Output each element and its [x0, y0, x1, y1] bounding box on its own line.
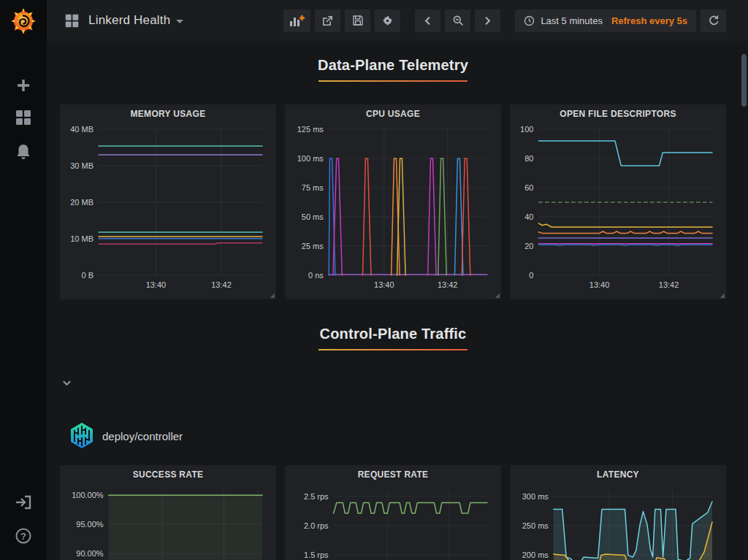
resize-handle-icon[interactable]: ◢ — [270, 293, 275, 299]
svg-text:20 MB: 20 MB — [70, 198, 94, 207]
svg-text:13:40: 13:40 — [589, 280, 610, 289]
panel-latency: LATENCY 13:4013:42300 ms250 ms200 ms — [510, 465, 726, 560]
svg-text:13:42: 13:42 — [211, 280, 232, 289]
svg-text:13:42: 13:42 — [438, 280, 458, 289]
svg-text:250 ms: 250 ms — [522, 521, 549, 530]
panel-memory-usage: MEMORY USAGE 13:4013:420 B10 MB20 MB30 M… — [60, 104, 276, 299]
request-rate-chart[interactable]: 13:4013:422.5 rps2.0 rps1.5 rps — [290, 484, 496, 560]
resize-handle-icon[interactable]: ◢ — [720, 293, 725, 299]
sign-in-icon[interactable] — [0, 494, 47, 511]
row-title-underline — [318, 80, 468, 82]
svg-text:13:40: 13:40 — [374, 280, 394, 289]
panel-open-file-descriptors: OPEN FILE DESCRIPTORS 13:4013:4202040608… — [510, 104, 726, 299]
add-panel-icon — [289, 15, 305, 27]
refresh-button[interactable] — [701, 9, 726, 32]
svg-text:50 ms: 50 ms — [302, 212, 324, 221]
svg-text:1.5 rps: 1.5 rps — [304, 551, 329, 559]
chevron-down-icon — [176, 20, 183, 23]
zoom-out-button[interactable] — [445, 9, 470, 32]
svg-text:75 ms: 75 ms — [302, 183, 324, 192]
svg-text:80: 80 — [524, 154, 533, 163]
svg-text:13:42: 13:42 — [659, 280, 679, 289]
row-title-data-plane: Data-Plane Telemetry — [60, 57, 726, 82]
svg-text:125 ms: 125 ms — [297, 125, 324, 134]
refresh-icon — [708, 15, 720, 26]
share-button[interactable] — [315, 9, 340, 32]
svg-text:90.00%: 90.00% — [76, 549, 104, 558]
svg-text:0 B: 0 B — [81, 271, 94, 280]
svg-text:60: 60 — [524, 183, 533, 192]
svg-text:10 MB: 10 MB — [70, 234, 94, 243]
panel-title[interactable]: MEMORY USAGE — [60, 104, 276, 123]
open-file-descriptors-chart[interactable]: 13:4013:42020406080100 — [515, 123, 721, 293]
dashboards-grid-icon[interactable] — [0, 109, 47, 126]
sidebar: ? — [0, 0, 47, 560]
success-rate-chart[interactable]: 13:4013:42100.00%95.00%90.00% — [65, 484, 271, 560]
svg-text:100: 100 — [520, 125, 533, 134]
dashboard-title: Linkerd Health — [88, 13, 170, 28]
panel-title[interactable]: SUCCESS RATE — [60, 465, 276, 484]
service-header: deploy/controller — [68, 421, 183, 450]
help-icon[interactable]: ? — [0, 527, 47, 545]
svg-text:20: 20 — [524, 242, 533, 250]
svg-text:2.5 rps: 2.5 rps — [304, 492, 329, 501]
time-range-picker[interactable]: Last 5 minutes Refresh every 5s — [515, 9, 696, 32]
share-icon — [321, 15, 334, 27]
dashboard-title-dropdown[interactable]: Linkerd Health — [88, 13, 183, 28]
svg-text:25 ms: 25 ms — [302, 242, 324, 250]
svg-text:100.00%: 100.00% — [72, 491, 104, 499]
add-panel-button[interactable] — [283, 9, 310, 32]
memory-usage-chart[interactable]: 13:4013:420 B10 MB20 MB30 MB40 MB — [65, 123, 271, 293]
panel-success-rate: SUCCESS RATE 13:4013:42100.00%95.00%90.0… — [60, 465, 276, 560]
chevron-right-icon — [484, 16, 492, 26]
time-back-button[interactable] — [415, 9, 440, 32]
grafana-logo-icon — [8, 5, 39, 36]
row-title-underline — [318, 349, 468, 350]
svg-text:?: ? — [20, 531, 26, 542]
svg-text:2.0 rps: 2.0 rps — [304, 521, 329, 530]
cpu-usage-chart[interactable]: 13:4013:420 ns25 ms50 ms75 ms100 ms125 m… — [290, 123, 496, 293]
row-title-text: Control-Plane Traffic — [60, 326, 726, 342]
time-forward-button[interactable] — [475, 9, 500, 32]
gear-icon — [381, 15, 394, 27]
dashboard-canvas: Data-Plane Telemetry MEMORY USAGE 13:401… — [47, 41, 748, 560]
panel-request-rate: REQUEST RATE 13:4013:422.5 rps2.0 rps1.5… — [285, 465, 501, 560]
resize-handle-icon[interactable]: ◢ — [495, 293, 500, 299]
svg-text:95.00%: 95.00% — [76, 520, 104, 529]
panel-cpu-usage: CPU USAGE 13:4013:420 ns25 ms50 ms75 ms1… — [285, 104, 501, 299]
svg-text:40: 40 — [524, 212, 533, 221]
chevron-down-icon — [61, 377, 72, 388]
time-range-label: Last 5 minutes — [541, 15, 603, 26]
linkerd-logo-icon — [68, 421, 96, 450]
grafana-logo[interactable] — [8, 5, 39, 36]
zoom-out-icon — [452, 15, 464, 26]
service-label: deploy/controller — [102, 430, 183, 442]
svg-text:30 MB: 30 MB — [70, 161, 94, 170]
svg-text:0: 0 — [529, 271, 533, 280]
row-title-text: Data-Plane Telemetry — [60, 57, 726, 74]
top-navbar: Linkerd Health — [47, 0, 748, 41]
add-icon[interactable] — [0, 77, 47, 93]
apps-grid-icon[interactable] — [64, 13, 80, 28]
svg-text:200 ms: 200 ms — [522, 551, 549, 559]
row-title-control-plane: Control-Plane Traffic — [60, 326, 726, 350]
refresh-interval-label: Refresh every 5s — [611, 15, 687, 26]
svg-text:100 ms: 100 ms — [297, 154, 324, 163]
svg-text:40 MB: 40 MB — [70, 125, 94, 134]
panel-title[interactable]: LATENCY — [510, 465, 726, 484]
settings-button[interactable] — [375, 9, 400, 32]
panel-title[interactable]: CPU USAGE — [285, 104, 501, 123]
chevron-left-icon — [424, 16, 432, 26]
svg-text:300 ms: 300 ms — [522, 492, 549, 501]
scrollbar-thumb[interactable] — [741, 54, 747, 107]
save-button[interactable] — [345, 9, 370, 32]
alerting-bell-icon[interactable] — [0, 143, 47, 161]
clock-icon — [524, 15, 535, 26]
save-icon — [352, 15, 364, 26]
latency-chart[interactable]: 13:4013:42300 ms250 ms200 ms — [515, 484, 721, 560]
svg-text:0 ns: 0 ns — [308, 271, 324, 280]
svg-text:13:40: 13:40 — [146, 280, 167, 289]
panel-title[interactable]: OPEN FILE DESCRIPTORS — [510, 104, 726, 123]
row-collapse-toggle[interactable] — [61, 377, 72, 391]
panel-title[interactable]: REQUEST RATE — [285, 465, 501, 484]
